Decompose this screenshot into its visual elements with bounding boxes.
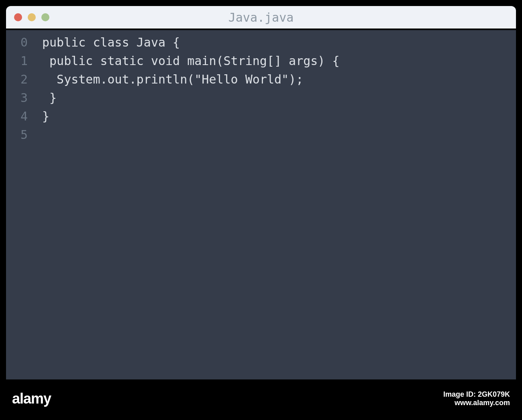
line-number: 2 bbox=[20, 70, 28, 89]
minimize-icon[interactable] bbox=[28, 13, 36, 21]
code-content[interactable]: public class Java { public static void m… bbox=[35, 33, 516, 379]
close-icon[interactable] bbox=[14, 13, 22, 21]
maximize-icon[interactable] bbox=[41, 13, 49, 21]
code-line: public static void main(String[] args) { bbox=[42, 52, 516, 70]
editor-window: Java.java 0 1 2 3 4 5 public class Java … bbox=[6, 6, 516, 379]
code-line: System.out.println("Hello World"); bbox=[42, 70, 516, 89]
watermark-url: www.alamy.com bbox=[455, 399, 510, 407]
code-line: public class Java { bbox=[42, 33, 516, 52]
code-line: } bbox=[42, 107, 516, 126]
line-number: 3 bbox=[20, 89, 28, 107]
window-controls bbox=[14, 13, 49, 21]
window-title: Java.java bbox=[228, 10, 294, 24]
line-number: 4 bbox=[20, 107, 28, 126]
watermark-info: Image ID: 2GK079K www.alamy.com bbox=[443, 390, 510, 407]
line-number: 1 bbox=[20, 52, 28, 70]
watermark-footer: alamy Image ID: 2GK079K www.alamy.com bbox=[0, 379, 522, 418]
watermark-logo: alamy bbox=[12, 390, 51, 407]
watermark-brand-area: alamy bbox=[12, 390, 51, 407]
line-number: 5 bbox=[20, 126, 28, 144]
line-number: 0 bbox=[20, 33, 28, 52]
code-editor[interactable]: 0 1 2 3 4 5 public class Java { public s… bbox=[6, 30, 516, 379]
watermark-image-id: Image ID: 2GK079K bbox=[443, 390, 510, 399]
line-number-gutter: 0 1 2 3 4 5 bbox=[6, 33, 35, 379]
titlebar[interactable]: Java.java bbox=[6, 6, 516, 29]
code-line: } bbox=[42, 89, 516, 107]
